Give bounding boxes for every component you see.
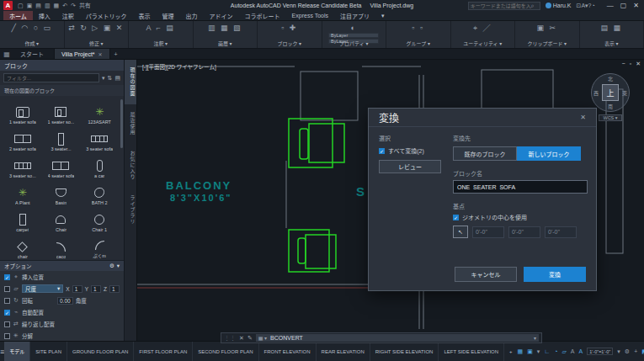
gear-icon[interactable]: ⚙ — [109, 263, 114, 269]
sync-icon[interactable]: ⇅ — [108, 75, 113, 82]
palette-scrollbar[interactable] — [120, 99, 123, 148]
status-icon[interactable]: A — [571, 348, 575, 354]
block-item[interactable]: a car — [80, 151, 119, 178]
command-dropdown-icon[interactable]: ▾ — [534, 335, 536, 341]
bylayer-dropdown[interactable]: ByLayer — [328, 33, 379, 38]
z-value[interactable]: 1 — [109, 285, 120, 293]
block-item[interactable]: 1 seater sofa — [3, 98, 42, 125]
maximize-button[interactable]: ▢ — [620, 2, 627, 9]
ribbon-tab[interactable]: 管理 — [157, 11, 180, 20]
ribbon-panel[interactable]: ▤ ▦ 表示 ▾ — [580, 21, 644, 48]
ribbon-panel-icons[interactable]: ▥ ▦ ▧ — [208, 24, 242, 32]
filter-input[interactable] — [3, 73, 99, 82]
ribbon-panel-label[interactable]: 作成 ▾ — [24, 40, 39, 47]
block-item[interactable]: 3 seater sofa — [80, 125, 119, 151]
ribbon-panel-icons[interactable]: ▣ ✂ — [536, 24, 557, 32]
ribbon-panel[interactable]: A ⌐ ▤ 注釈 ▾ — [129, 21, 194, 48]
viewcube-ring[interactable]: 北 南 西 東 上 — [591, 73, 630, 112]
ribbon-tab[interactable]: 注釈 — [56, 11, 80, 20]
file-tab[interactable]: Villa Project* ✕ — [55, 49, 110, 59]
ribbon-tab[interactable]: 表示 — [133, 11, 157, 20]
dialog-close-icon[interactable]: ✕ — [580, 114, 586, 121]
status-icon[interactable]: ▦ — [518, 348, 524, 355]
quick-access-icon[interactable]: ▤ — [35, 1, 41, 10]
ribbon-panel-icons[interactable]: ⇄ ↻ ▷ ▣ ✕ — [68, 24, 124, 32]
titlebar-icon[interactable]: A▾ — [581, 3, 588, 8]
ribbon-tab[interactable]: ホーム — [3, 11, 33, 20]
layout-tab[interactable]: モデル — [4, 342, 30, 361]
x-value[interactable]: 1 — [72, 285, 82, 293]
ribbon-panel[interactable]: ▣ ✂ クリップボード ▾ — [515, 21, 580, 48]
rotation-value[interactable]: 0.00 — [57, 297, 73, 305]
palette-title[interactable]: ブロック — [0, 60, 124, 71]
ribbon-tab[interactable]: パラメトリック — [80, 11, 133, 20]
add-layout-button[interactable]: + — [504, 349, 518, 354]
status-icon[interactable]: + — [634, 348, 637, 354]
viewcube-east[interactable]: 東 — [622, 89, 627, 97]
minimize-button[interactable]: — — [607, 2, 614, 9]
block-item[interactable]: caco — [42, 232, 81, 259]
command-line-grip[interactable]: ⋮⋮ — [224, 335, 236, 342]
user-account[interactable]: Haru.K — [546, 3, 572, 8]
ribbon-panel[interactable]: ▫ ▫ グループ ▾ — [386, 21, 451, 48]
repeat-placement-checkbox[interactable] — [4, 321, 10, 327]
block-item[interactable]: 123ASART — [80, 98, 119, 125]
ribbon-panel-label[interactable]: 表示 ▾ — [604, 40, 619, 47]
app-logo[interactable]: A — [3, 1, 13, 10]
command-line[interactable]: ⋮⋮ ✕ ✎ ▦ ▾ BCONVERT ▾ — [221, 332, 542, 343]
ribbon-tab[interactable]: Express Tools — [286, 11, 334, 20]
block-item[interactable]: BATH 2 — [80, 178, 119, 205]
command-customize-icon[interactable]: ✎ — [247, 335, 253, 342]
ribbon-tab[interactable]: アドイン — [204, 11, 239, 20]
file-tab-close-icon[interactable]: ✕ — [98, 51, 103, 57]
status-icon[interactable]: ▾ — [537, 348, 540, 355]
search-icon[interactable]: ⌕ — [531, 3, 535, 9]
ribbon-tab[interactable]: 出力 — [180, 11, 204, 20]
quick-access-icon[interactable]: 共有 — [79, 1, 91, 10]
block-item[interactable]: 3 seater... — [42, 125, 81, 151]
scale-checkbox[interactable] — [4, 286, 10, 292]
titlebar-icon[interactable]: ◔ — [592, 3, 595, 8]
doc-minimize-icon[interactable]: − — [622, 61, 625, 67]
layout-tab[interactable]: REAR ELEVATION — [317, 342, 370, 361]
file-tab-menu-icon[interactable]: ▦ — [0, 49, 13, 59]
file-tab[interactable]: スタート — [13, 49, 55, 59]
block-name-input[interactable] — [453, 180, 588, 194]
ribbon-panel-label[interactable]: ブロック ▾ — [277, 40, 301, 47]
ribbon-panel-icons[interactable]: ╱ ◠ ○ ▭ — [11, 24, 52, 32]
ribbon-tab[interactable]: 挿入 — [33, 11, 56, 20]
ribbon-panel[interactable]: ⇄ ↻ ▷ ▣ ✕ 修正 ▾ — [65, 21, 130, 48]
ribbon-panel-label[interactable]: グループ ▾ — [407, 40, 430, 47]
options-header[interactable]: オプション — [4, 262, 32, 270]
status-icon[interactable]: ▣ — [527, 348, 533, 355]
ribbon-panel[interactable]: ⌖ ╱ ユーティリティ ▾ — [451, 21, 516, 48]
command-input[interactable]: ▦ ▾ BCONVERT ▾ — [256, 334, 539, 342]
use-geometric-center-checkbox[interactable] — [453, 215, 459, 220]
block-item[interactable]: carpet — [3, 205, 42, 232]
status-icon[interactable]: ∟ — [544, 348, 550, 354]
block-item[interactable]: A Plant — [3, 178, 42, 205]
ribbon-panel-label[interactable]: クリップボード ▾ — [527, 40, 567, 47]
layout-tab[interactable]: FIRST FLOOR PLAN — [134, 342, 193, 361]
status-icon[interactable]: ⚙ — [625, 348, 630, 355]
close-button[interactable]: ✕ — [633, 2, 639, 9]
rotation-checkbox[interactable] — [4, 298, 10, 304]
ribbon-tab[interactable]: 注目アプリ — [334, 11, 375, 20]
new-drawing-tab-button[interactable]: + — [110, 49, 122, 59]
existing-block-button[interactable]: 既存のブロック — [453, 146, 517, 161]
block-item[interactable]: 3 seater so... — [3, 151, 42, 178]
block-item[interactable]: Chair — [42, 205, 81, 232]
ribbon-panel-icons[interactable]: A ⌐ ▤ — [146, 24, 175, 32]
pick-point-button[interactable]: ↖ — [453, 226, 468, 238]
viewcube-north[interactable]: 北 — [608, 75, 613, 82]
search-box[interactable]: ⌕ — [468, 2, 540, 10]
status-icon[interactable]: ▾ — [617, 348, 620, 355]
doc-restore-icon[interactable]: ▫ — [630, 61, 631, 67]
viewcube-west[interactable]: 西 — [593, 89, 599, 97]
auto-place-checkbox[interactable] — [4, 310, 10, 316]
ribbon-panel-icons[interactable]: ▤ ▦ — [600, 24, 622, 32]
layout-tab[interactable]: LEFT SIDE ELEVATION — [439, 342, 504, 361]
chevron-down-icon[interactable]: ▾ — [117, 263, 120, 269]
viewport-controls[interactable]: [-][平面図][2D ワイヤフレーム] — [142, 62, 216, 71]
ribbon-panel[interactable]: ╱ ◠ ○ ▭ 作成 ▾ — [0, 21, 65, 48]
